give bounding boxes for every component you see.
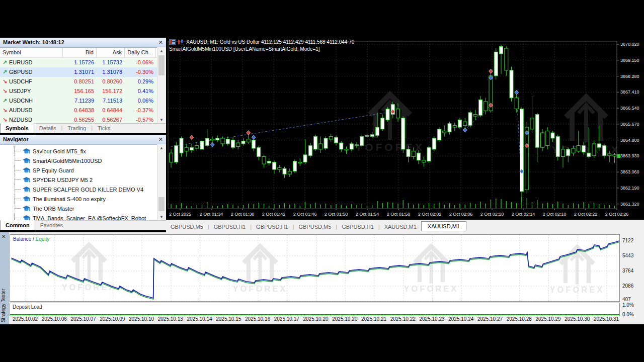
strategy-tester-strip-label: Strategy Tester bbox=[1, 289, 6, 322]
yoforex-watermark: YOFOREX bbox=[551, 97, 621, 155]
candle-body bbox=[530, 118, 534, 129]
candle-body bbox=[262, 156, 266, 164]
market-watch-tabs: SymbolsDetails|Trading|Ticks bbox=[0, 123, 166, 133]
candle-body bbox=[427, 147, 431, 161]
chart-tab-0-gbpusdm5[interactable]: GBPUSD,M5 bbox=[166, 222, 208, 231]
svg-text:3866.540: 3866.540 bbox=[620, 106, 639, 111]
equity-curve-chart[interactable]: YOFOREXYOFOREXYOFOREXYOFOREX Balance / E… bbox=[10, 234, 620, 302]
candle-body bbox=[396, 109, 400, 118]
navigator-item[interactable]: SUPER SCALPER GOLD KILLER DEMO V4 bbox=[0, 185, 166, 194]
market-watch-row-usdjpy[interactable]: ↘USDJPY156.165156.1720.41% bbox=[0, 86, 166, 96]
buy-marker-icon[interactable] bbox=[463, 128, 467, 132]
strategy-tester-strip[interactable]: ✕ Strategy Tester bbox=[0, 232, 9, 324]
candle-body bbox=[582, 146, 586, 152]
market-watch-row-eurusd[interactable]: ↗EURUSD1.157261.15732-0.06% bbox=[0, 58, 166, 67]
expert-advisor-icon bbox=[23, 196, 30, 202]
candle-body bbox=[479, 100, 482, 115]
chart-tab-3-gbpusdm5[interactable]: GBPUSD,M5 bbox=[294, 222, 336, 231]
chart-tab-5-xauusdm1[interactable]: XAUUSD,M1 bbox=[380, 222, 421, 231]
navigator-panel: Navigator ✕ Saviour Gold MT5_fixSmartAIG… bbox=[0, 135, 166, 230]
svg-text:2 Oct 02:18: 2 Oct 02:18 bbox=[543, 212, 567, 217]
candle-body bbox=[484, 102, 488, 111]
deposit-load-chart[interactable]: Deposit Load bbox=[10, 303, 620, 316]
svg-text:3863.060: 3863.060 bbox=[620, 169, 639, 174]
market-watch-tab-symbols[interactable]: Symbols bbox=[0, 123, 34, 133]
chart-tab-4-gbpusdh1[interactable]: GBPUSD,H1 bbox=[337, 222, 378, 231]
candle-body bbox=[422, 160, 426, 162]
expert-advisor-icon bbox=[23, 167, 30, 173]
column-header-ask[interactable]: Ask bbox=[97, 48, 125, 57]
market-watch-tab-trading[interactable]: Trading bbox=[62, 124, 91, 132]
scroll-up-icon[interactable]: ▲ bbox=[157, 144, 166, 152]
market-watch-row-usdcnh[interactable]: ↗USDCNH7.112397.115130.06% bbox=[0, 96, 166, 106]
market-watch-tab-ticks[interactable]: Ticks bbox=[93, 124, 115, 132]
candle-body bbox=[572, 148, 575, 153]
column-header-symbol[interactable]: Symbol bbox=[0, 48, 63, 57]
navigator-item[interactable]: Saviour Gold MT5_fix bbox=[0, 146, 166, 156]
navigator-item[interactable]: The ORB Master bbox=[0, 204, 166, 213]
buy-marker-icon[interactable] bbox=[252, 135, 256, 140]
candle-body bbox=[463, 122, 467, 125]
ask-value: 0.80260 bbox=[97, 77, 125, 86]
navigator-item[interactable]: SP Equity Guard bbox=[0, 165, 166, 175]
bid-value: 7.11239 bbox=[63, 96, 97, 106]
candlestick-chart-canvas[interactable]: YOFOREXYOFOREXYOFOREX3870.0203869.150386… bbox=[166, 38, 644, 220]
bid-value: 0.64838 bbox=[63, 106, 97, 115]
candle-body bbox=[473, 114, 477, 116]
scroll-up-icon[interactable]: ▲ bbox=[157, 47, 166, 55]
tester-date-label: 2025.10.23 bbox=[419, 316, 444, 322]
scroll-down-icon[interactable]: ▼ bbox=[157, 213, 166, 221]
candle-body bbox=[494, 52, 498, 75]
tester-date-label: 2025.10.22 bbox=[390, 316, 416, 322]
sell-marker-icon[interactable] bbox=[247, 131, 251, 135]
navigator-tab-favorites[interactable]: Favorites bbox=[35, 221, 68, 229]
candle-body bbox=[577, 146, 580, 151]
navigator-tab-common[interactable]: Common bbox=[0, 220, 35, 230]
close-icon[interactable]: ✕ bbox=[158, 38, 163, 47]
candle-body bbox=[236, 143, 240, 146]
ask-value: 1.31078 bbox=[97, 67, 125, 77]
navigator-item-label: SUPER SCALPER GOLD KILLER DEMO V4 bbox=[33, 187, 143, 193]
candle-body bbox=[360, 136, 364, 145]
candle-body bbox=[308, 146, 312, 156]
tester-date-label: 2025.10.07 bbox=[70, 316, 96, 322]
tester-value-label: 2086 bbox=[622, 283, 633, 289]
symbol-label: NZDUSD bbox=[9, 117, 32, 123]
chart-ea-line: SmartAIGoldM5Min100USD [UserEAName=Smart… bbox=[169, 46, 320, 52]
column-header-bid[interactable]: Bid bbox=[63, 48, 97, 57]
ask-value: 156.172 bbox=[97, 86, 125, 96]
svg-text:3863.930: 3863.930 bbox=[620, 153, 639, 158]
buy-marker-icon[interactable] bbox=[515, 90, 519, 95]
svg-text:3868.280: 3868.280 bbox=[620, 74, 639, 79]
chart-ohlc-line: XAUUSD, M1: Gold vs US Dollar 4112.125 4… bbox=[186, 39, 354, 45]
sell-marker-icon[interactable] bbox=[190, 135, 194, 140]
candle-body bbox=[603, 146, 606, 156]
market-watch-row-audusd[interactable]: ↘AUDUSD0.648380.64844-0.37% bbox=[0, 106, 166, 115]
market-watch-row-gbpusd[interactable]: ↗GBPUSD1.310711.31078-0.30% bbox=[0, 67, 166, 77]
depth-of-market-icon[interactable] bbox=[169, 39, 176, 45]
buy-marker-icon[interactable] bbox=[210, 142, 214, 147]
price-chart[interactable]: YOFOREXYOFOREXYOFOREX3870.0203869.150386… bbox=[166, 38, 644, 220]
market-watch-row-usdchf[interactable]: ↘USDCHF0.802510.802600.29% bbox=[0, 77, 166, 86]
chart-tab-1-gbpusdh1[interactable]: GBPUSD,H1 bbox=[209, 222, 251, 231]
column-header-dailych[interactable]: Daily Ch... bbox=[125, 48, 156, 57]
market-watch-tab-details[interactable]: Details bbox=[34, 124, 61, 132]
scroll-down-icon[interactable]: ▼ bbox=[157, 116, 166, 124]
chart-tab-6-xauusdm1[interactable]: XAUUSD,M1 bbox=[421, 221, 466, 231]
candle-body bbox=[221, 138, 224, 144]
navigator-item[interactable]: SmartAIGoldM5Min100USD bbox=[0, 156, 166, 165]
chart-tab-2-gbpusdh1[interactable]: GBPUSD,H1 bbox=[252, 222, 293, 231]
tree-guide bbox=[14, 185, 22, 194]
tester-date-label: 2025.10.28 bbox=[507, 316, 532, 322]
svg-text:2 Oct 01:38: 2 Oct 01:38 bbox=[231, 212, 255, 217]
market-watch-scrollbar[interactable]: ▲ ▼ bbox=[157, 47, 166, 124]
navigator-item[interactable]: SPYDER USDJPY M5 2 bbox=[0, 175, 166, 185]
candle-body bbox=[252, 140, 256, 148]
svg-text:YOFOREX: YOFOREX bbox=[404, 284, 458, 293]
navigator-item[interactable]: The illuminati S-400 no expiry bbox=[0, 194, 166, 204]
close-icon[interactable]: ✕ bbox=[158, 135, 163, 144]
close-icon[interactable]: ✕ bbox=[2, 234, 6, 239]
chart-mode-icon[interactable] bbox=[178, 39, 184, 45]
candle-body bbox=[293, 161, 297, 171]
navigator-scrollbar[interactable]: ▲ ▼ bbox=[157, 144, 166, 221]
